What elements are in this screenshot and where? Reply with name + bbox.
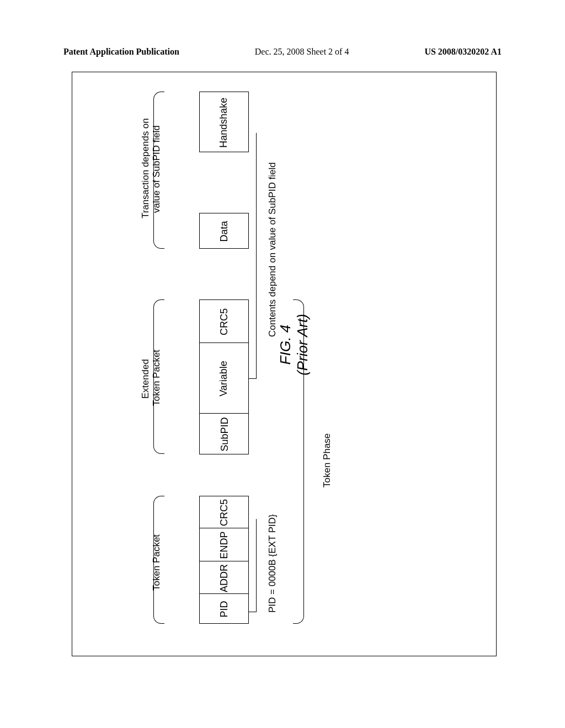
- transaction-label-2: value of SubPID field: [151, 125, 162, 213]
- extended-token-label-1: Extended: [140, 359, 151, 399]
- page-header: Patent Application Publication Dec. 25, …: [63, 47, 502, 57]
- transaction-label-1: Transaction depends on: [140, 118, 151, 218]
- figure-label: FIG. 4 (Prior Art): [277, 273, 311, 416]
- label-subpid: SubPID: [219, 417, 231, 451]
- label-variable: Variable: [218, 361, 230, 397]
- label-crc5-2: CRC5: [218, 308, 230, 335]
- header-right: US 2008/0320202 A1: [424, 47, 502, 57]
- label-data: Data: [218, 221, 230, 242]
- figure-note: (Prior Art): [294, 273, 311, 416]
- token-phase-label: Token Phase: [322, 433, 333, 488]
- contents-connector-v: [249, 378, 256, 379]
- label-pid: PID: [218, 601, 230, 617]
- pid-note-label: PID = 0000B {EXT PID}: [267, 514, 278, 613]
- pid-connector-v: [249, 612, 256, 612]
- pid-connector-h: [256, 519, 257, 612]
- label-addr: ADDR: [218, 564, 230, 592]
- contents-note-label: Contents depend on value of SubPID field: [267, 162, 278, 337]
- label-handshake: Handshake: [218, 98, 230, 148]
- header-center: Dec. 25, 2008 Sheet 2 of 4: [255, 47, 349, 57]
- header-left: Patent Application Publication: [63, 47, 179, 57]
- diagram-frame: Token Packet Extended Token Packet Trans…: [72, 72, 497, 656]
- figure-num: FIG. 4: [277, 273, 294, 416]
- label-endp: ENDP: [218, 531, 230, 559]
- contents-connector-h: [256, 133, 257, 379]
- extended-token-label-2: Token Packet: [151, 350, 162, 406]
- token-packet-label: Token Packet: [151, 534, 162, 591]
- label-crc5-1: CRC5: [218, 499, 230, 526]
